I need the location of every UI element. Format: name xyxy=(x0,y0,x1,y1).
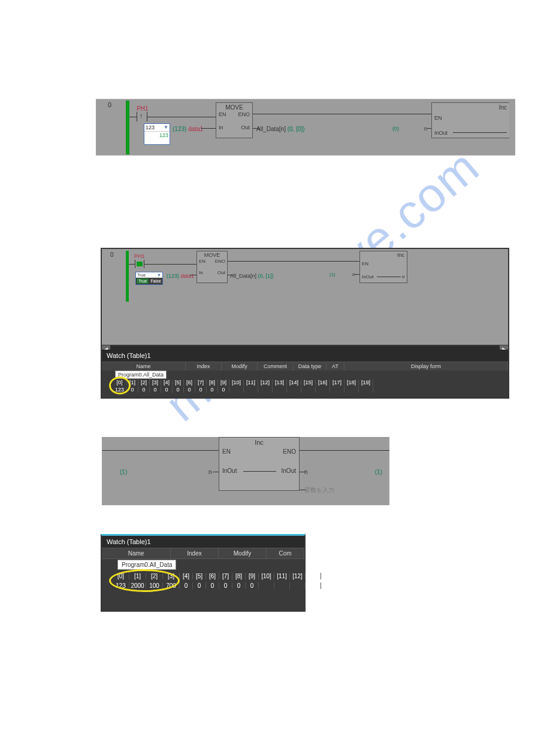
inout-pin-l: InOut xyxy=(222,467,237,474)
n-label: n xyxy=(424,126,427,132)
wire xyxy=(427,128,431,129)
header-name[interactable]: Name xyxy=(102,362,186,371)
wire xyxy=(144,264,197,265)
n-left: n xyxy=(208,469,212,475)
bool-popup[interactable]: True▼ True False xyxy=(135,272,163,285)
wire xyxy=(253,114,431,114)
wire xyxy=(102,450,219,451)
rung-number: 0 xyxy=(110,251,114,258)
dropdown-icon[interactable]: ▼ xyxy=(157,273,161,277)
wire xyxy=(243,471,276,472)
wire xyxy=(129,117,137,117)
wire xyxy=(129,264,135,265)
header-modify[interactable]: Modify xyxy=(219,548,267,558)
header-comment[interactable]: Comment xyxy=(258,362,294,371)
highlight-circle-icon xyxy=(109,377,131,394)
dropdown-icon[interactable]: ▼ xyxy=(164,125,168,130)
figure-4-watch-zoom: Watch (Table)1 Name Index Modify Com Pro… xyxy=(101,534,306,612)
inout-pin-r: InOut xyxy=(282,467,296,474)
power-rail xyxy=(126,251,129,302)
inc-block[interactable]: Inc EN ENO InOut InOut xyxy=(219,437,300,491)
block-title: Inc xyxy=(499,104,507,111)
contact-on[interactable] xyxy=(135,260,144,268)
block-title: Inc xyxy=(397,252,404,258)
wire xyxy=(355,274,359,275)
hint-text: 変数を入力 xyxy=(304,486,334,494)
watch-panel: Watch (Table)1 Name Index Modify Comment… xyxy=(102,350,508,397)
inout-pin: InOut xyxy=(434,130,448,136)
popup-result: 123 xyxy=(144,131,170,139)
inc-block[interactable]: Inc EN InOut xyxy=(431,102,509,138)
output-value: (1) xyxy=(375,469,382,475)
watch-title: Watch (Table)1 xyxy=(102,536,304,548)
rising-edge-contact[interactable]: ↑ xyxy=(137,112,147,122)
wire xyxy=(213,472,219,472)
block-title: MOVE xyxy=(216,103,252,111)
watch-variable-name[interactable]: Program0.All_Data xyxy=(117,560,176,570)
move-input-label: (123) data1 xyxy=(167,273,194,279)
wire xyxy=(453,132,507,133)
wire xyxy=(300,450,389,451)
contact-label: PH1 xyxy=(137,105,148,112)
figure-1-ladder: 0 PH1 ↑ 123▼ 123 (123) data1 MOVE ENENO … xyxy=(96,99,515,156)
header-at[interactable]: AT xyxy=(327,362,344,371)
watch-headers: Name Index Modify Comment Data type AT D… xyxy=(102,362,508,371)
wire xyxy=(377,277,401,277)
block-title: MOVE xyxy=(197,251,227,258)
edge-icon: ↑ xyxy=(140,112,143,119)
move-output-label: All_Data[n] (0, [1]) xyxy=(230,273,274,279)
n-value: (1) xyxy=(330,272,335,277)
watch-values-row: 123000000000 xyxy=(113,387,373,393)
true-button[interactable]: True xyxy=(136,278,149,284)
input-value: (1) xyxy=(120,469,127,475)
rung-number: 0 xyxy=(108,101,111,108)
inout-pin: InOut xyxy=(362,274,374,280)
popup-value: 123 xyxy=(146,125,155,130)
wire xyxy=(228,261,359,262)
watch-title: Watch (Table)1 xyxy=(102,350,508,362)
value-popup[interactable]: 123▼ 123 xyxy=(144,123,170,145)
move-block[interactable]: MOVE ENENO InOut xyxy=(197,251,228,283)
power-rail xyxy=(126,101,129,154)
figure-3-inc-block: (1) n Inc EN ENO InOut InOut n (1) 変数を入力 xyxy=(102,437,389,505)
n-right: n xyxy=(304,469,308,475)
eno-pin: ENO xyxy=(283,448,296,455)
move-input-label: (123) data1 xyxy=(173,126,203,132)
header-index[interactable]: Index xyxy=(171,548,219,558)
header-comment[interactable]: Com xyxy=(267,548,304,558)
wire xyxy=(190,275,197,275)
header-modify[interactable]: Modify xyxy=(222,362,258,371)
watch-headers: Name Index Modify Com xyxy=(102,548,304,559)
header-index[interactable]: Index xyxy=(186,362,222,371)
contact-label: PH1 xyxy=(134,253,145,259)
block-title: Inc xyxy=(255,439,264,446)
header-name[interactable]: Name xyxy=(102,548,171,558)
inc-block[interactable]: Inc EN InOut Ir xyxy=(359,251,407,283)
en-pin: EN xyxy=(362,261,368,266)
figure-2-ladder-watch: 0 PH1 True▼ True False (123) data1 MOVE xyxy=(101,248,509,399)
wire xyxy=(201,128,216,129)
move-output-label: All_Data[n] (0, [0]) xyxy=(256,126,305,132)
highlight-circle-icon xyxy=(109,569,180,592)
header-display[interactable]: Display form xyxy=(344,362,508,371)
false-button[interactable]: False xyxy=(149,278,162,284)
watch-indices-row: [0][1][2][3][4][5][6][7][8][9][10][11][1… xyxy=(113,379,373,385)
en-pin: EN xyxy=(222,448,231,455)
en-pin: EN xyxy=(434,115,442,121)
header-datatype[interactable]: Data type xyxy=(294,362,327,371)
move-block[interactable]: MOVE ENENO InOut xyxy=(216,102,253,138)
inout-out-pin: Ir xyxy=(402,274,405,280)
wire xyxy=(147,117,216,117)
n-value: (0) xyxy=(392,126,399,132)
